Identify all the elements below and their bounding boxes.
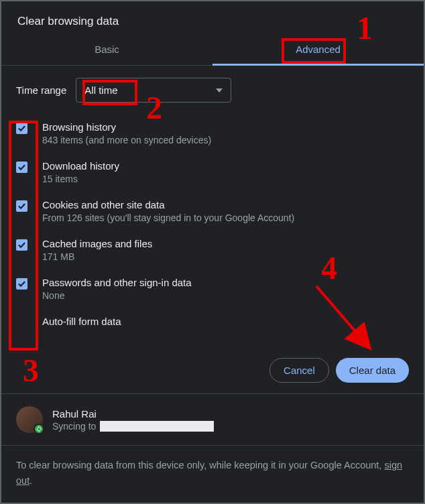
list-item: Browsing history 843 items (and more on … xyxy=(16,121,409,145)
time-range-label: Time range xyxy=(16,84,66,96)
list-item: Cookies and other site data From 126 sit… xyxy=(16,199,409,223)
item-sub: None xyxy=(42,290,192,301)
list-item: Download history 15 items xyxy=(16,160,409,184)
item-sub: 843 items (and more on synced devices) xyxy=(42,135,211,145)
tab-basic[interactable]: Basic xyxy=(1,34,213,65)
redacted-email xyxy=(100,421,214,432)
checkbox-cache[interactable] xyxy=(16,239,27,251)
checkbox-passwords[interactable] xyxy=(16,278,27,290)
time-range-value: All time xyxy=(84,84,117,96)
sync-badge-icon xyxy=(34,424,44,434)
account-sync-status: Syncing to xyxy=(52,421,214,432)
item-sub: 171 MB xyxy=(42,251,152,262)
item-title: Auto-fill form data xyxy=(42,316,121,327)
item-title: Passwords and other sign-in data xyxy=(42,277,192,288)
checkbox-cookies[interactable] xyxy=(16,200,27,212)
avatar-wrap xyxy=(16,406,43,433)
chevron-down-icon xyxy=(216,88,223,92)
checkbox-browsing-history[interactable] xyxy=(16,123,27,134)
checkmark-icon xyxy=(17,164,26,171)
checkmark-icon xyxy=(17,125,26,132)
item-sub: From 126 sites (you'll stay signed in to… xyxy=(42,212,294,223)
time-range-dropdown[interactable]: All time xyxy=(76,78,231,103)
dialog-footer: Cancel Clear data xyxy=(1,347,424,393)
item-title: Download history xyxy=(42,160,119,172)
list-item: Cached images and files 171 MB xyxy=(16,238,409,262)
disclaimer-text: To clear browsing data from this device … xyxy=(1,445,424,503)
item-title: Browsing history xyxy=(42,121,211,133)
checkbox-list: Browsing history 843 items (and more on … xyxy=(16,121,409,324)
checkmark-icon xyxy=(17,280,26,288)
dialog-title: Clear browsing data xyxy=(1,1,424,34)
clear-browsing-data-dialog: Clear browsing data Basic Advanced Time … xyxy=(1,1,424,503)
account-row: Rahul Rai Syncing to xyxy=(1,393,424,445)
checkbox-download-history[interactable] xyxy=(16,162,27,173)
checkmark-icon xyxy=(17,241,26,249)
item-sub: 15 items xyxy=(42,174,119,184)
tab-advanced[interactable]: Advanced xyxy=(213,34,424,65)
content-area: Time range All time Browsing history 843… xyxy=(1,66,424,347)
time-range-row: Time range All time xyxy=(16,78,409,103)
item-title: Cookies and other site data xyxy=(42,199,294,210)
list-item: Auto-fill form data xyxy=(16,316,409,328)
account-name: Rahul Rai xyxy=(52,408,214,420)
clear-data-button[interactable]: Clear data xyxy=(336,358,409,383)
item-title: Cached images and files xyxy=(42,238,152,249)
list-item: Passwords and other sign-in data None xyxy=(16,277,409,301)
tab-bar: Basic Advanced xyxy=(1,34,424,66)
checkmark-icon xyxy=(17,202,26,210)
cancel-button[interactable]: Cancel xyxy=(269,358,329,383)
